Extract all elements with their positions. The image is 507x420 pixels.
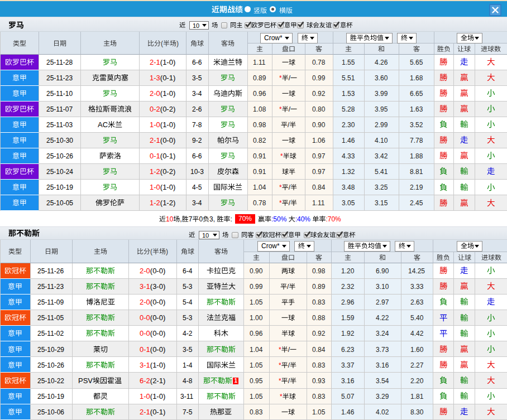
svg-text:1.04: 1.04 — [253, 184, 266, 191]
svg-text:0.99: 0.99 — [312, 74, 326, 82]
svg-text:10-3: 10-3 — [190, 168, 204, 176]
svg-text:3.25: 3.25 — [375, 184, 388, 191]
svg-text:1-0: 1-0 — [150, 183, 160, 191]
svg-text:5.51: 5.51 — [342, 74, 355, 82]
svg-text:1.92: 1.92 — [341, 330, 355, 337]
svg-text:25-10-24: 25-10-24 — [46, 168, 73, 176]
svg-text:1.06: 1.06 — [312, 137, 326, 144]
svg-text:3.99: 3.99 — [375, 90, 388, 98]
svg-text:4.10: 4.10 — [375, 137, 388, 144]
svg-text:2-6: 2-6 — [192, 105, 202, 113]
svg-text:1.20: 1.20 — [341, 267, 355, 275]
svg-text:/: / — [287, 283, 289, 291]
svg-text:(0-0): (0-0) — [150, 267, 165, 275]
svg-text:0.78: 0.78 — [312, 59, 326, 66]
svg-text:14.25: 14.25 — [408, 267, 425, 275]
svg-text:25-11-03: 25-11-03 — [46, 121, 73, 129]
svg-text:2.32: 2.32 — [341, 283, 355, 291]
svg-text:1.55: 1.55 — [342, 59, 355, 66]
svg-text:6-4: 6-4 — [183, 267, 193, 275]
svg-text:25-11-05: 25-11-05 — [37, 314, 64, 322]
svg-text:0.84: 0.84 — [312, 346, 326, 354]
svg-text:,: , — [180, 215, 181, 223]
svg-text:2-1: 2-1 — [140, 408, 150, 416]
svg-text:): ) — [176, 40, 179, 47]
svg-text:4.26: 4.26 — [375, 59, 388, 66]
svg-text:6.65: 6.65 — [410, 90, 423, 98]
svg-text:70%: 70% — [238, 215, 252, 223]
svg-text:1.88: 1.88 — [410, 152, 423, 160]
svg-text:1-4: 1-4 — [183, 361, 193, 369]
svg-text:3-4: 3-4 — [192, 199, 202, 207]
svg-text:0-0: 0-0 — [140, 329, 150, 337]
svg-text:(0-0): (0-0) — [160, 136, 175, 144]
svg-text:5.40: 5.40 — [410, 314, 424, 322]
svg-text:3-5: 3-5 — [192, 74, 202, 82]
svg-text:/: / — [288, 377, 290, 385]
svg-text:1.08: 1.08 — [253, 105, 266, 113]
svg-text:1.81: 1.81 — [410, 393, 424, 400]
svg-text:0.88: 0.88 — [312, 314, 326, 322]
svg-text:25-10-26: 25-10-26 — [37, 361, 64, 369]
svg-text:*: * — [279, 346, 281, 354]
svg-text:0.82: 0.82 — [253, 137, 266, 144]
svg-text:0.78: 0.78 — [253, 199, 266, 207]
svg-text:0.96: 0.96 — [250, 330, 263, 337]
svg-text::70%: :70% — [326, 215, 341, 223]
svg-text:0.92: 0.92 — [312, 90, 326, 98]
svg-text:(0-1): (0-1) — [150, 408, 165, 416]
svg-text:/: / — [289, 74, 291, 82]
svg-text:1.05: 1.05 — [250, 298, 263, 306]
svg-text:3-5: 3-5 — [183, 346, 193, 354]
svg-text:0.91: 0.91 — [253, 168, 266, 176]
svg-text:3.73: 3.73 — [376, 346, 389, 354]
svg-text:1.00: 1.00 — [250, 314, 263, 322]
svg-text:*: * — [279, 105, 282, 113]
svg-text:2.99: 2.99 — [375, 121, 388, 129]
svg-text:0-1: 0-1 — [150, 152, 160, 160]
svg-text:7-8: 7-8 — [192, 121, 202, 129]
svg-text:25-10-06: 25-10-06 — [37, 408, 64, 416]
svg-text:0.84: 0.84 — [312, 184, 326, 191]
svg-text:0-2: 0-2 — [150, 105, 160, 113]
svg-text:/: / — [289, 184, 291, 191]
svg-text:2-0: 2-0 — [140, 267, 150, 275]
svg-text:9-2: 9-2 — [192, 137, 202, 144]
svg-text:3-4: 3-4 — [192, 90, 202, 98]
svg-text:0.83: 0.83 — [312, 361, 326, 369]
svg-text:4-8: 4-8 — [183, 377, 193, 385]
svg-text:1-3: 1-3 — [150, 74, 160, 82]
svg-text:0-1: 0-1 — [140, 345, 150, 354]
svg-text:3.33: 3.33 — [410, 283, 424, 291]
svg-text::: : — [230, 215, 232, 223]
svg-text:/: / — [288, 121, 290, 129]
svg-text:3.16: 3.16 — [376, 361, 389, 369]
svg-text:1-0: 1-0 — [150, 120, 160, 129]
svg-text:*: * — [279, 184, 282, 191]
svg-text:3.05: 3.05 — [342, 199, 355, 207]
svg-text:3.16: 3.16 — [341, 377, 355, 385]
svg-text:0.91: 0.91 — [253, 152, 266, 160]
svg-text::50%: :50% — [271, 215, 287, 223]
svg-text:2.63: 2.63 — [410, 298, 424, 306]
svg-text:0.83: 0.83 — [312, 393, 326, 400]
svg-text:3.54: 3.54 — [376, 377, 389, 385]
svg-text:0.92: 0.92 — [312, 330, 326, 337]
svg-text:*: * — [279, 199, 282, 207]
svg-text:AC: AC — [98, 120, 108, 129]
svg-text:7-5: 7-5 — [183, 408, 193, 416]
svg-text:3.24: 3.24 — [376, 330, 389, 337]
svg-text:1.05: 1.05 — [250, 361, 263, 369]
svg-text:0.95: 0.95 — [250, 377, 263, 385]
svg-text::40%: :40% — [295, 215, 311, 223]
svg-text:3.15: 3.15 — [375, 199, 388, 207]
svg-text:25-10-05: 25-10-05 — [46, 199, 73, 207]
svg-text:PSV: PSV — [78, 376, 93, 385]
svg-text:1.05: 1.05 — [250, 393, 263, 400]
svg-text:0.89: 0.89 — [312, 283, 326, 291]
svg-text:2-1: 2-1 — [150, 58, 160, 66]
svg-text:0.83: 0.83 — [250, 408, 263, 416]
svg-text:6-6: 6-6 — [192, 152, 202, 160]
svg-text:5-4: 5-4 — [183, 298, 193, 306]
svg-text:2-0: 2-0 — [150, 89, 160, 98]
